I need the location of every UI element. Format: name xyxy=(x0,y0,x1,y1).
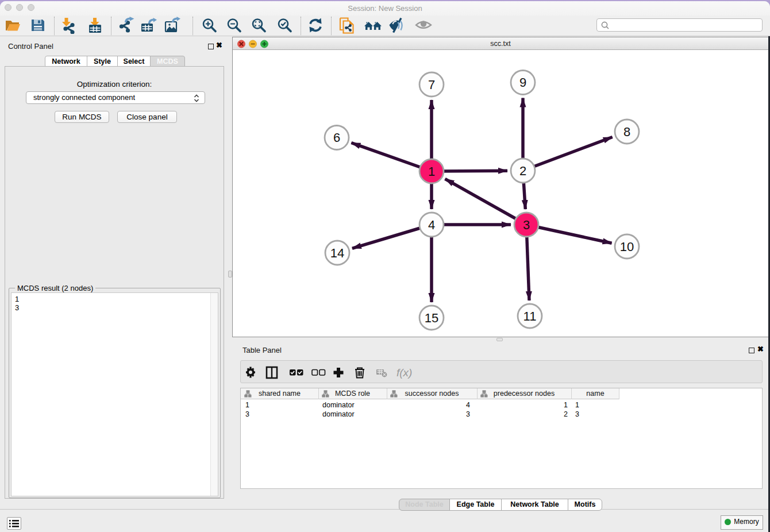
svg-text:10: 10 xyxy=(620,240,634,254)
svg-text:9: 9 xyxy=(519,75,526,90)
svg-text:2: 2 xyxy=(519,164,526,178)
svg-text:6: 6 xyxy=(333,130,340,145)
svg-text:15: 15 xyxy=(425,311,438,325)
svg-text:3: 3 xyxy=(523,218,530,232)
svg-text:7: 7 xyxy=(428,78,435,92)
svg-text:8: 8 xyxy=(623,125,630,139)
svg-text:1: 1 xyxy=(428,164,435,179)
svg-text:4: 4 xyxy=(428,218,435,232)
svg-text:11: 11 xyxy=(523,309,537,323)
svg-text:f(x): f(x) xyxy=(396,367,412,379)
svg-text:14: 14 xyxy=(330,246,344,260)
